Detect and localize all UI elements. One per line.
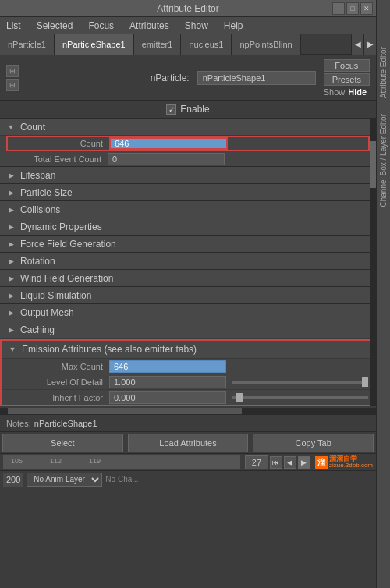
section-particle-size[interactable]: ▶ Particle Size xyxy=(0,183,376,200)
output-arrow-icon: ▶ xyxy=(6,308,16,317)
attribute-editor: Attribute Editor — □ ✕ List Selected Foc… xyxy=(0,0,376,588)
right-sidebar: Attribute Editor Channel Box / Layer Edi… xyxy=(376,0,390,588)
tab-prev-btn[interactable]: ◀ xyxy=(351,34,363,55)
copy-tab-button[interactable]: Copy Tab xyxy=(253,434,374,452)
focus-button[interactable]: Focus xyxy=(324,59,370,72)
anim-layer-select[interactable]: No Anim Layer xyxy=(27,473,102,487)
timeline-ruler[interactable]: 105 112 119 xyxy=(3,455,240,469)
presets-button[interactable]: Presets xyxy=(324,73,370,86)
lifespan-title: Lifespan xyxy=(20,170,55,181)
menu-list[interactable]: List xyxy=(3,19,24,33)
force-arrow-icon: ▶ xyxy=(6,239,16,249)
inherit-input[interactable] xyxy=(109,391,226,404)
wind-title: Wind Field Generation xyxy=(20,273,113,284)
total-event-input[interactable] xyxy=(108,153,225,165)
menu-bar: List Selected Focus Attributes Show Help xyxy=(0,17,376,34)
vertical-scrollbar[interactable] xyxy=(370,118,376,406)
scroll-thumb[interactable] xyxy=(370,141,376,188)
lod-input[interactable] xyxy=(109,376,226,388)
sidebar-attr-editor-label[interactable]: Attribute Editor xyxy=(379,47,388,98)
liquid-title: Liquid Simulation xyxy=(20,290,91,301)
maximize-btn[interactable]: □ xyxy=(346,2,359,15)
total-event-label: Total Event Count xyxy=(6,154,108,164)
ruler-112: 112 xyxy=(50,457,62,465)
ruler-119: 119 xyxy=(89,457,101,465)
frame-input[interactable] xyxy=(245,455,268,469)
section-force-field[interactable]: ▶ Force Field Generation xyxy=(0,235,376,252)
select-button[interactable]: Select xyxy=(2,434,123,452)
max-count-row: Max Count xyxy=(2,358,374,374)
sidebar-channel-box-label[interactable]: Channel Box / Layer Editor xyxy=(379,114,388,207)
emission-title: Emission Attributes (see also emitter ta… xyxy=(22,344,197,355)
emission-header[interactable]: ▼ Emission Attributes (see also emitter … xyxy=(2,341,374,358)
tab-nparticle1[interactable]: nParticle1 xyxy=(0,34,55,55)
nparticle-label: nParticle: xyxy=(151,73,190,83)
section-collisions[interactable]: ▶ Collisions xyxy=(0,200,376,218)
icon-left-top[interactable]: ⊞ xyxy=(6,65,19,77)
inherit-label: Inherit Factor xyxy=(8,393,109,402)
prev-frame-btn[interactable]: ◀ xyxy=(284,456,296,469)
section-rotation[interactable]: ▶ Rotation xyxy=(0,252,376,269)
lod-slider-track[interactable] xyxy=(232,381,368,384)
max-count-label: Max Count xyxy=(8,362,109,371)
section-wind-field[interactable]: ▶ Wind Field Generation xyxy=(0,269,376,286)
collisions-title: Collisions xyxy=(20,204,60,215)
menu-help[interactable]: Help xyxy=(221,19,246,33)
tab-emitter1[interactable]: emitter1 xyxy=(134,34,182,55)
minimize-btn[interactable]: — xyxy=(332,2,345,15)
menu-show[interactable]: Show xyxy=(182,19,211,33)
watermark: 溜 溜溜自学 zixue.3dob.com xyxy=(315,455,373,469)
particle-size-arrow-icon: ▶ xyxy=(6,188,16,197)
horizontal-scrollbar[interactable] xyxy=(0,408,376,414)
section-liquid-sim[interactable]: ▶ Liquid Simulation xyxy=(0,286,376,303)
play-btn[interactable]: ▶ xyxy=(298,456,310,469)
total-event-count-row: Total Event Count xyxy=(0,151,376,166)
nparticle-header: ⊞ ⊟ nParticle: Focus Presets Show Hide xyxy=(0,55,376,100)
menu-selected[interactable]: Selected xyxy=(34,19,76,33)
tab-bar: nParticle1 nParticleShape1 emitter1 nucl… xyxy=(0,34,376,55)
watermark-text-block: 溜溜自学 zixue.3dob.com xyxy=(329,455,373,469)
nparticle-name-input[interactable] xyxy=(197,71,316,85)
icon-left-bottom[interactable]: ⊟ xyxy=(6,79,19,91)
count-section-title: Count xyxy=(20,122,45,133)
enable-checkbox[interactable]: ✓ xyxy=(166,104,176,115)
notes-bar: Notes: nParticleShape1 xyxy=(0,414,376,431)
force-title: Force Field Generation xyxy=(20,239,116,250)
notes-value: nParticleShape1 xyxy=(34,419,98,428)
section-lifespan[interactable]: ▶ Lifespan xyxy=(0,166,376,183)
checkmark-icon: ✓ xyxy=(168,105,175,114)
count-attr-row: Count xyxy=(0,135,376,151)
load-attrs-button[interactable]: Load Attributes xyxy=(128,434,249,452)
playback-controls: ⏮ ◀ ▶ 溜 溜溜自学 zixue.3dob.com xyxy=(245,455,373,469)
h-scroll-thumb[interactable] xyxy=(8,408,242,414)
count-input[interactable] xyxy=(109,137,228,150)
section-dynamic-props[interactable]: ▶ Dynamic Properties xyxy=(0,218,376,235)
show-hide-row: Show Hide xyxy=(324,87,370,97)
liquid-arrow-icon: ▶ xyxy=(6,291,16,300)
tab-nucleus1[interactable]: nucleus1 xyxy=(181,34,232,55)
skip-start-btn[interactable]: ⏮ xyxy=(270,456,282,469)
close-btn[interactable]: ✕ xyxy=(360,2,373,15)
lod-slider-thumb[interactable] xyxy=(362,377,368,387)
inherit-slider-track[interactable] xyxy=(232,396,368,399)
section-header-count[interactable]: ▼ Count xyxy=(0,118,376,135)
show-label: Show xyxy=(324,87,346,97)
enable-label: Enable xyxy=(180,104,209,115)
menu-focus[interactable]: Focus xyxy=(85,19,117,33)
section-caching[interactable]: ▶ Caching xyxy=(0,321,376,338)
window-controls: — □ ✕ xyxy=(332,2,373,15)
inherit-slider-thumb[interactable] xyxy=(236,393,243,402)
section-output-mesh[interactable]: ▶ Output Mesh xyxy=(0,303,376,321)
collisions-arrow-icon: ▶ xyxy=(6,205,16,214)
lifespan-arrow-icon: ▶ xyxy=(6,171,16,180)
tab-next-btn[interactable]: ▶ xyxy=(363,34,376,55)
max-count-input[interactable] xyxy=(109,360,226,373)
menu-attributes[interactable]: Attributes xyxy=(126,19,172,33)
tab-nparticleshape1[interactable]: nParticleShape1 xyxy=(55,34,134,55)
tab-nppointsblinn[interactable]: npPointsBlinn xyxy=(232,34,300,55)
wind-arrow-icon: ▶ xyxy=(6,274,16,283)
caching-title: Caching xyxy=(20,324,55,335)
hide-label[interactable]: Hide xyxy=(348,87,367,97)
rotation-arrow-icon: ▶ xyxy=(6,257,16,266)
inherit-factor-row: Inherit Factor xyxy=(2,389,374,405)
